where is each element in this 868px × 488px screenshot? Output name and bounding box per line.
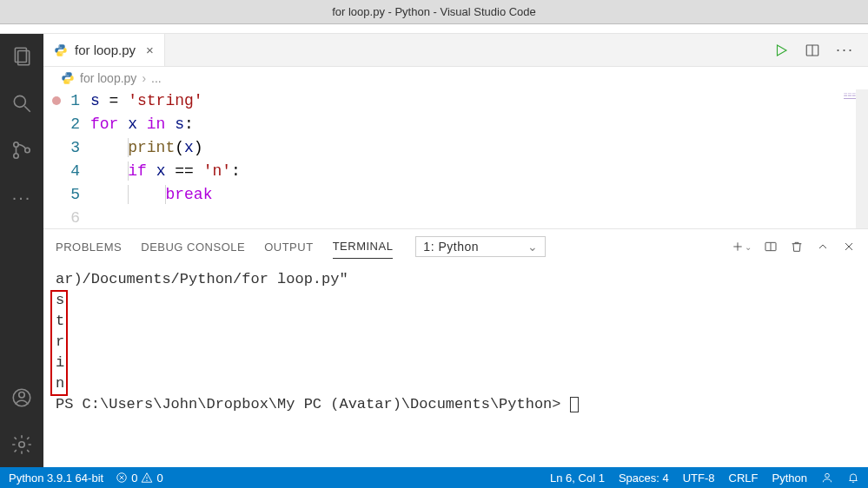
settings-gear-icon[interactable] [10,432,34,457]
terminal-content[interactable]: ar)/Documents/Python/for loop.py" s t r … [43,264,868,467]
terminal-output: r [56,332,856,353]
status-encoding[interactable]: UTF-8 [683,472,715,485]
svg-point-2 [14,96,25,107]
status-problems[interactable]: 0 0 [116,472,162,485]
status-spaces[interactable]: Spaces: 4 [619,472,669,485]
panel-tab-problems[interactable]: PROBLEMS [56,235,122,259]
breadcrumb-filename: for loop.py [80,71,136,85]
notifications-icon[interactable] [847,472,859,484]
main-area: ··· for loop.py × [0,33,868,467]
line-number: 1 [64,89,80,113]
breadcrumb-more: ... [151,71,162,85]
terminal-selector[interactable]: 1: Python ⌄ [415,236,546,257]
terminal-cursor [570,397,579,412]
breakpoint-indicator[interactable] [52,96,61,105]
terminal-line: ar)/Documents/Python/for loop.py" [56,269,856,290]
status-language[interactable]: Python [772,472,807,485]
svg-point-28 [825,473,830,478]
panel-actions: ⌄ [731,240,857,254]
maximize-panel-icon[interactable] [816,240,830,254]
panel-tab-bar: PROBLEMS DEBUG CONSOLE OUTPUT TERMINAL 1… [43,229,868,264]
kill-terminal-icon[interactable] [790,240,804,254]
python-file-icon [61,71,75,85]
terminal-output: n [56,373,856,394]
svg-point-9 [19,442,25,448]
terminal-output: i [56,353,856,373]
code-editor[interactable]: 1 2 3 4 5 6 s = 'string' for x in s: pri… [43,89,868,228]
window-title: for loop.py - Python - Visual Studio Cod… [332,5,536,18]
editor-group: for loop.py × ··· for loop.py › ... [43,34,868,467]
new-terminal-icon[interactable]: ⌄ [731,240,752,254]
panel-tab-debug[interactable]: DEBUG CONSOLE [141,235,245,259]
source-control-icon[interactable] [10,138,34,162]
line-number-gutter: 1 2 3 4 5 6 [64,89,90,228]
search-icon[interactable] [10,91,34,115]
split-terminal-icon[interactable] [764,240,778,254]
svg-line-3 [24,106,30,112]
line-number: 6 [64,207,80,228]
svg-point-6 [25,148,30,152]
svg-point-5 [14,154,18,158]
terminal-prompt-line: PS C:\Users\John\Dropbox\My PC (Avatar)\… [56,394,856,415]
line-number: 5 [64,183,80,207]
terminal-selector-label: 1: Python [423,240,479,254]
terminal-output: t [56,311,856,332]
editor-tab[interactable]: for loop.py × [43,34,165,66]
svg-point-4 [14,142,18,147]
editor-more-icon[interactable]: ··· [836,41,854,59]
status-lncol[interactable]: Ln 6, Col 1 [550,472,605,485]
panel-tab-output[interactable]: OUTPUT [264,235,313,259]
code-content[interactable]: s = 'string' for x in s: print(x) if x =… [90,89,868,228]
bottom-panel: PROBLEMS DEBUG CONSOLE OUTPUT TERMINAL 1… [43,228,868,467]
tab-close-icon[interactable]: × [146,43,154,57]
split-editor-icon[interactable] [805,43,820,58]
feedback-icon[interactable] [821,472,833,484]
run-icon[interactable] [773,43,789,58]
tab-bar: for loop.py × ··· [43,34,868,67]
svg-point-11 [62,54,63,55]
status-interpreter[interactable]: Python 3.9.1 64-bit [9,472,103,485]
terminal-output: s [56,290,856,311]
editor-actions: ··· [773,34,868,66]
line-number: 2 [64,113,80,136]
account-icon[interactable] [10,386,34,410]
window-titlebar: for loop.py - Python - Visual Studio Cod… [0,0,868,24]
svg-point-8 [19,392,25,399]
svg-point-15 [65,73,66,74]
breadcrumb[interactable]: for loop.py › ... [43,67,868,89]
breakpoint-gutter[interactable] [49,89,64,228]
chevron-down-icon: ⌄ [527,240,539,254]
line-number: 4 [64,160,80,183]
python-file-icon [54,43,68,57]
menubar-placeholder [0,24,868,33]
svg-marker-12 [777,45,786,56]
tab-filename: for loop.py [75,43,136,57]
status-eol[interactable]: CRLF [729,472,759,485]
explorer-icon[interactable] [10,44,34,69]
chevron-right-icon: › [142,71,146,85]
svg-point-10 [58,45,59,46]
editor-scrollbar[interactable] [856,89,868,228]
status-bar: Python 3.9.1 64-bit 0 0 Ln 6, Col 1 Spac… [0,467,868,488]
panel-tab-terminal[interactable]: TERMINAL [333,234,394,259]
svg-point-16 [69,82,70,82]
activity-bar: ··· [0,34,43,467]
more-views-icon[interactable]: ··· [10,185,34,209]
close-panel-icon[interactable] [842,240,856,254]
svg-point-27 [147,480,148,481]
line-number: 3 [64,136,80,160]
